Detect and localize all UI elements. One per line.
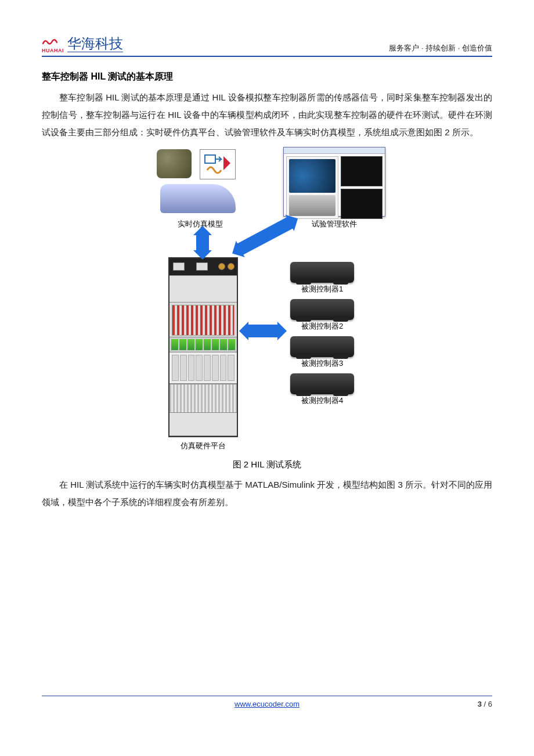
dashboard-pane-icon: [286, 156, 338, 219]
page-footer: www.ecucoder.com 3 / 6: [42, 696, 492, 708]
ecu-2: 被测控制器2: [290, 299, 354, 332]
ecu-4-label: 被测控制器4: [301, 395, 343, 406]
hw-platform-caption: 仿真硬件平台: [163, 441, 244, 451]
page-number: 3 / 6: [478, 700, 492, 708]
page-header: HUAHAI 华海科技 服务客户 · 持续创新 · 创造价值: [42, 35, 492, 57]
ecu-icon: [290, 299, 354, 320]
sim-model-images: [157, 147, 244, 217]
logo-pinyin: HUAHAI: [42, 48, 64, 53]
ecu-1: 被测控制器1: [290, 262, 354, 294]
car-model-icon: [160, 184, 236, 213]
ecu-icon: [290, 262, 354, 283]
section2-paragraph: 在 HIL 测试系统中运行的车辆实时仿真模型基于 MATLAB/Simulink…: [42, 476, 492, 511]
page-sep: /: [482, 700, 488, 708]
simulink-block-icon: [200, 149, 236, 179]
logo: HUAHAI 华海科技: [42, 35, 123, 53]
arrow-rack-to-ecu-icon: [247, 325, 279, 337]
figure-caption: 图 2 HIL 测试系统: [233, 459, 302, 470]
hardware-rack: [168, 257, 238, 437]
section-paragraph: 整车控制器 HIL 测试的基本原理是通过 HIL 设备模拟整车控制器所需的传感器…: [42, 89, 492, 141]
hil-system-diagram: 实时仿真模型 试验管理软件: [139, 147, 395, 455]
svg-rect-0: [205, 155, 215, 163]
rack-modules-icon: [169, 337, 237, 352]
footer-link[interactable]: www.ecucoder.com: [192, 700, 342, 708]
arrow-sim-to-rack-icon: [196, 234, 209, 251]
logo-mark-icon: HUAHAI: [42, 35, 64, 53]
page-current: 3: [478, 700, 482, 708]
window-titlebar-icon: [284, 147, 385, 154]
page-total: 6: [488, 700, 492, 708]
section-title: 整车控制器 HIL 测试的基本原理: [42, 71, 492, 83]
rack-io-grid-icon: [169, 303, 237, 337]
mgmt-software-caption: 试验管理软件: [295, 219, 374, 229]
ecu-2-label: 被测控制器2: [301, 321, 343, 332]
ecu-3-label: 被测控制器3: [301, 358, 343, 369]
ecu-1-label: 被测控制器1: [301, 284, 343, 294]
ecu-3: 被测控制器3: [290, 336, 354, 369]
data-panels-icon: [341, 156, 383, 219]
figure-2: 实时仿真模型 试验管理软件: [42, 147, 492, 470]
rack-slots-icon: [169, 352, 237, 384]
ecu-icon: [290, 336, 354, 357]
rack-top-unit-icon: [169, 258, 237, 276]
engine-icon: [157, 149, 192, 178]
header-tagline: 服务客户 · 持续创新 · 创造价值: [389, 43, 492, 53]
mgmt-software-window: [283, 147, 385, 217]
logo-text: 华海科技: [67, 36, 123, 52]
ecu-4: 被测控制器4: [290, 373, 354, 406]
rack-vent-icon: [169, 384, 237, 413]
ecu-icon: [290, 373, 354, 394]
